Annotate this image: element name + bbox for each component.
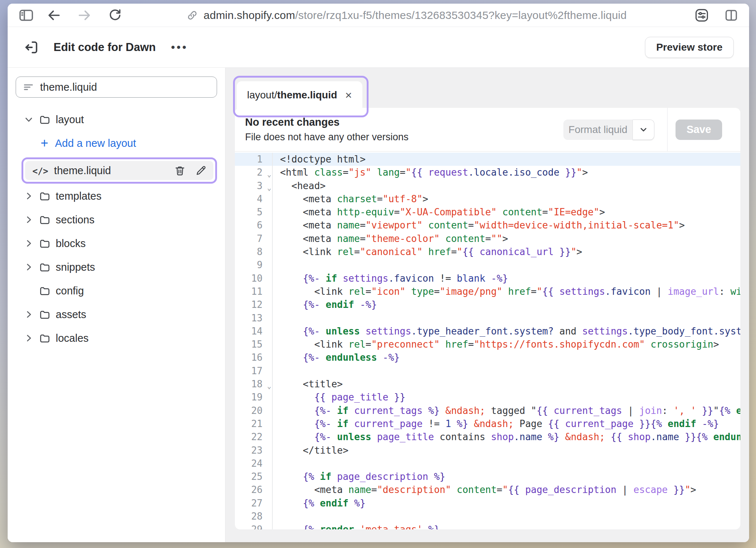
format-liquid-button[interactable]: Format liquid — [563, 120, 654, 140]
line-number[interactable]: 3⌄ — [235, 179, 273, 192]
code-line-content: {%- if current_tags %} &ndash; tagged "{… — [273, 404, 740, 417]
link-icon — [186, 9, 198, 21]
chevron-right-icon — [24, 215, 34, 225]
folder-icon — [39, 190, 51, 202]
sidebar-item-assets[interactable]: assets — [16, 305, 217, 324]
chevron-right-icon — [24, 191, 34, 201]
line-number[interactable]: 23 — [235, 444, 273, 457]
url-path: /store/rzq1xu-f5/themes/132683530345?key… — [295, 9, 626, 21]
line-number[interactable]: 14 — [235, 325, 273, 338]
line-number[interactable]: 18⌄ — [235, 377, 273, 391]
line-number[interactable]: 8 — [235, 245, 273, 258]
sidebar-item-config[interactable]: config — [16, 281, 217, 300]
code-line-10: 10 {%- if settings.favicon != blank -%} — [235, 272, 740, 285]
trash-icon[interactable] — [174, 165, 186, 176]
sidebar-item-label: assets — [56, 309, 86, 321]
code-line-27: 27 {% endif %} — [235, 497, 740, 510]
changes-title: No recent changes — [245, 116, 409, 128]
sidebar-item-snippets[interactable]: snippets — [16, 258, 217, 277]
line-number[interactable]: 7 — [235, 232, 273, 245]
more-menu-icon[interactable]: ••• — [171, 41, 188, 54]
save-button[interactable]: Save — [676, 120, 722, 140]
preview-store-button[interactable]: Preview store — [645, 37, 734, 58]
pencil-icon[interactable] — [195, 165, 207, 176]
sidebar-item-templates[interactable]: templates — [16, 187, 217, 206]
search-input[interactable] — [40, 81, 210, 93]
sidebar-item-sections[interactable]: sections — [16, 210, 217, 229]
line-number[interactable]: 15 — [235, 338, 273, 351]
code-line-5: 5 <meta http-equiv="X-UA-Compatible" con… — [235, 206, 740, 219]
format-liquid-label[interactable]: Format liquid — [563, 120, 633, 140]
code-line-19: 19 {{ page_title }} — [235, 391, 740, 404]
address-bar[interactable]: admin.shopify.com/store/rzq1xu-f5/themes… — [123, 9, 690, 21]
code-line-content: {%- if settings.favicon != blank -%} — [273, 272, 508, 285]
plus-icon: + — [39, 137, 50, 150]
sidebar-item-theme-liquid[interactable]: </>theme.liquid — [25, 161, 213, 180]
chevron-down-icon — [639, 125, 648, 134]
back-icon[interactable] — [46, 8, 62, 23]
code-line-20: 20 {%- if current_tags %} &ndash; tagged… — [235, 404, 740, 417]
line-number[interactable]: 2⌄ — [235, 166, 273, 179]
line-number[interactable]: 27 — [235, 497, 273, 510]
line-number[interactable]: 16 — [235, 351, 273, 364]
line-number[interactable]: 26 — [235, 483, 273, 496]
line-number[interactable]: 10 — [235, 272, 273, 285]
code-line-content — [273, 312, 280, 325]
file-tree: layout+Add a new layout</>theme.liquidte… — [16, 110, 217, 348]
line-number[interactable]: 22 — [235, 430, 273, 443]
code-line-content: <meta http-equiv="X-UA-Compatible" conte… — [273, 206, 605, 219]
line-number[interactable]: 5 — [235, 206, 273, 219]
code-line-content: {%- endunless -%} — [273, 351, 400, 364]
sidebar-toggle-icon[interactable] — [18, 7, 35, 24]
tab-label: layout/theme.liquid — [247, 89, 337, 101]
line-number[interactable]: 20 — [235, 404, 273, 417]
code-line-content — [273, 258, 280, 271]
line-number[interactable]: 28 — [235, 510, 273, 523]
line-number[interactable]: 17 — [235, 364, 273, 377]
code-line-content: {% render 'meta-tags' %} — [273, 523, 440, 529]
reload-icon[interactable] — [107, 8, 123, 23]
sidebar-item-locales[interactable]: locales — [16, 329, 217, 348]
code-line-24: 24 — [235, 457, 740, 470]
line-number[interactable]: 13 — [235, 312, 273, 325]
tune-icon[interactable] — [694, 7, 710, 23]
code-line-12: 12 {%- endif -%} — [235, 298, 740, 311]
code-line-7: 7 <meta name="theme-color" content=""> — [235, 232, 740, 245]
folder-icon — [39, 309, 51, 320]
forward-icon[interactable] — [77, 8, 92, 23]
split-view-icon[interactable] — [724, 8, 739, 23]
line-number[interactable]: 9 — [235, 258, 273, 271]
folder-icon — [39, 285, 51, 297]
code-line-content: </title> — [273, 444, 349, 457]
sidebar-item-blocks[interactable]: blocks — [16, 234, 217, 253]
line-number[interactable]: 6 — [235, 219, 273, 232]
sidebar-item-label: templates — [56, 190, 102, 202]
line-number[interactable]: 29 — [235, 523, 273, 529]
line-number[interactable]: 25 — [235, 470, 273, 483]
code-editor[interactable]: 1<!doctype html>2⌄<html class="js" lang=… — [235, 152, 740, 529]
sidebar-item-add-a-new-layout[interactable]: +Add a new layout — [16, 134, 217, 153]
format-dropdown[interactable] — [633, 120, 654, 140]
chevron-down-icon — [24, 114, 34, 125]
line-number[interactable]: 24 — [235, 457, 273, 470]
code-line-content: <meta name="viewport" content="width=dev… — [273, 219, 685, 232]
sidebar-item-label: theme.liquid — [54, 165, 168, 177]
tab-theme-liquid[interactable]: layout/theme.liquid × — [237, 81, 362, 109]
line-number[interactable]: 19 — [235, 391, 273, 404]
close-icon[interactable]: × — [345, 89, 352, 101]
line-number[interactable]: 4 — [235, 192, 273, 206]
line-number[interactable]: 11 — [235, 285, 273, 298]
code-line-content: {%- unless settings.type_header_font.sys… — [273, 325, 740, 338]
code-line-9: 9 — [235, 258, 740, 271]
code-line-23: 23 </title> — [235, 444, 740, 457]
sidebar-item-layout[interactable]: layout — [16, 110, 217, 129]
code-line-1: 1<!doctype html> — [235, 153, 740, 166]
code-line-content: <link rel="icon" type="image/png" href="… — [273, 285, 740, 298]
line-number[interactable]: 21 — [235, 417, 273, 430]
code-line-4: 4 <meta charset="utf-8"> — [235, 192, 740, 206]
file-search[interactable] — [16, 77, 217, 98]
line-number[interactable]: 12 — [235, 298, 273, 311]
line-number[interactable]: 1 — [235, 153, 273, 166]
exit-icon[interactable] — [23, 39, 40, 56]
sidebar-item-label: layout — [56, 114, 84, 126]
